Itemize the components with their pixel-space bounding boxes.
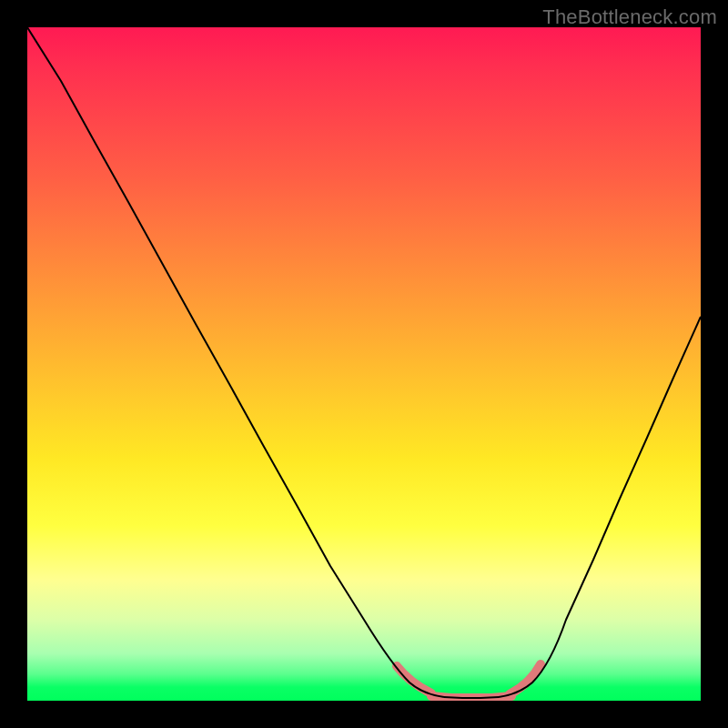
curve-flat: [444, 697, 499, 698]
highlight-left-tail: [397, 666, 431, 693]
chart-plot-area: [27, 27, 701, 701]
curve-left: [27, 27, 444, 697]
watermark-text: TheBottleneck.com: [542, 5, 717, 29]
curve-right: [499, 317, 701, 697]
chart-curves-svg: [27, 27, 701, 701]
